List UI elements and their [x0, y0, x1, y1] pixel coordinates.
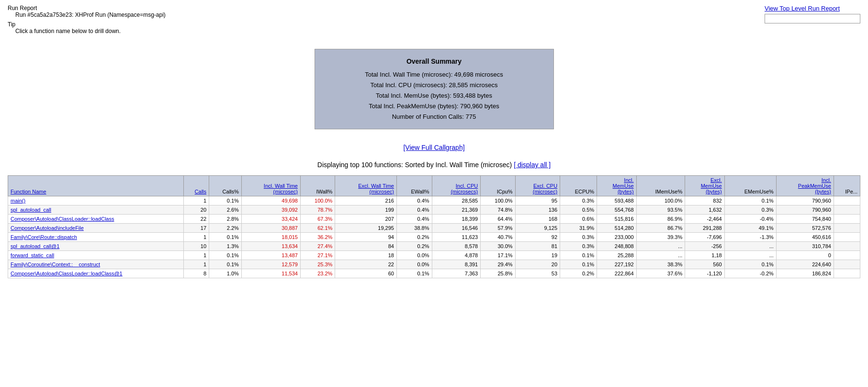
- th-imem-pct: IMemUse%: [636, 176, 685, 196]
- summary-title: Overall Summary: [329, 56, 539, 68]
- table-row: Composer\Autoload\ClassLoader::loadClass…: [8, 269, 860, 278]
- th-excl-cpu: Excl. CPU(microsec): [515, 176, 560, 196]
- table-row: Composer\Autoload\ClassLoader::loadClass…: [8, 215, 860, 224]
- table-header-row: Function Name Calls Calls% Incl. Wall Ti…: [8, 176, 860, 196]
- table-row: Composer\Autoload\includeFile172.2%30,88…: [8, 224, 860, 233]
- th-excl-wall-link[interactable]: Excl. Wall Time(microsec): [358, 183, 394, 194]
- table-row: Family\Core\Route::dispatch10.1%18,01536…: [8, 233, 860, 242]
- table-row: main()10.1%49,698100.0%2160.4%28,585100.…: [8, 196, 860, 205]
- header-section: Run Report Run #5ca5a2a753e23: XHProf Ru…: [8, 5, 860, 34]
- display-info: Displaying top 100 functions: Sorted by …: [8, 161, 860, 169]
- summary-cpu: Total Incl. CPU (microsecs): 28,585 micr…: [329, 80, 539, 91]
- th-function-name: Function Name: [8, 176, 184, 196]
- display-all-link[interactable]: [ display all ]: [514, 161, 551, 169]
- summary-mem-use: Total Incl. MemUse (bytes): 593,488 byte…: [329, 91, 539, 101]
- display-info-text: Displaying top 100 functions: Sorted by …: [317, 161, 512, 169]
- th-incl-peak: Incl.PeakMemUse(bytes): [776, 176, 834, 196]
- tip-label: Tip: [8, 21, 166, 28]
- th-calls-pct: Calls%: [209, 176, 242, 196]
- th-ecpu-pct: ECPU%: [560, 176, 597, 196]
- function-name-link[interactable]: Family\Coroutine\Context::__construct: [11, 262, 100, 267]
- top-level-run-report-link[interactable]: View Top Level Run Report: [765, 5, 840, 12]
- summary-wall-time: Total Incl. Wall Time (microsec): 49,698…: [329, 69, 539, 80]
- function-name-link[interactable]: Composer\Autoload\ClassLoader::loadClass…: [11, 271, 123, 276]
- function-name-link[interactable]: Composer\Autoload\includeFile: [11, 225, 84, 231]
- run-report-detail: Run #5ca5a2a753e23: XHProf Run (Namespac…: [15, 11, 166, 18]
- run-info: Run Report Run #5ca5a2a753e23: XHProf Ru…: [8, 5, 166, 34]
- callgraph-link-container: [View Full Callgraph]: [8, 144, 860, 151]
- functions-table: Function Name Calls Calls% Incl. Wall Ti…: [8, 175, 860, 278]
- search-box[interactable]: [765, 14, 860, 23]
- th-iwall-pct: IWall%: [300, 176, 335, 196]
- th-incl-peak-link[interactable]: Incl.PeakMemUse(bytes): [798, 177, 831, 194]
- th-incl-mem-link[interactable]: Incl.MemUse(bytes): [613, 177, 634, 194]
- th-incl-cpu: Incl. CPU(microsecs): [432, 176, 481, 196]
- table-row: forward_static_call10.1%13,48727.1%180.0…: [8, 251, 860, 260]
- function-name-link[interactable]: forward_static_call: [11, 252, 54, 258]
- tip-detail: Click a function name below to drill dow…: [15, 28, 166, 34]
- function-name-link[interactable]: main(): [11, 198, 25, 204]
- callgraph-link[interactable]: [View Full Callgraph]: [403, 144, 464, 151]
- th-incl-mem: Incl.MemUse(bytes): [597, 176, 636, 196]
- summary-func-calls: Number of Function Calls: 775: [329, 112, 539, 122]
- th-incl-wall: Incl. Wall Time(microsec): [241, 176, 300, 196]
- th-excl-wall: Excl. Wall Time(microsec): [335, 176, 397, 196]
- function-name-link[interactable]: Family\Core\Route::dispatch: [11, 234, 77, 240]
- th-incl-wall-link[interactable]: Incl. Wall Time(microsec): [264, 183, 298, 194]
- top-level-link-container: View Top Level Run Report: [765, 5, 860, 23]
- th-excl-cpu-link[interactable]: Excl. CPU(microsec): [533, 183, 557, 194]
- th-icpu-pct: ICpu%: [481, 176, 515, 196]
- th-calls-link[interactable]: Calls: [195, 189, 206, 194]
- th-excl-mem-link[interactable]: Excl.MemUse(bytes): [701, 177, 722, 194]
- th-calls: Calls: [183, 176, 209, 196]
- run-report-label: Run Report: [8, 5, 166, 11]
- function-name-link[interactable]: spl_autoload_call@1: [11, 243, 59, 249]
- table-row: spl_autoload_call@1101.3%13,63427.4%840.…: [8, 242, 860, 251]
- th-ewall-pct: EWall%: [396, 176, 432, 196]
- th-emem-pct: EMemUse%: [724, 176, 776, 196]
- th-incl-cpu-link[interactable]: Incl. CPU(microsecs): [451, 183, 478, 194]
- th-function-name-link[interactable]: Function Name: [11, 189, 46, 194]
- summary-peak-mem: Total Incl. PeakMemUse (bytes): 790,960 …: [329, 101, 539, 112]
- table-row: spl_autoload_call202.6%39,09278.7%1990.4…: [8, 205, 860, 215]
- th-ipeak-pct: IPe...: [834, 176, 860, 196]
- page-container: Run Report Run #5ca5a2a753e23: XHProf Ru…: [0, 0, 868, 283]
- table-row: Family\Coroutine\Context::__construct10.…: [8, 260, 860, 269]
- function-name-link[interactable]: spl_autoload_call: [11, 207, 51, 213]
- summary-box: Overall Summary Total Incl. Wall Time (m…: [315, 49, 554, 129]
- th-excl-mem: Excl.MemUse(bytes): [685, 176, 724, 196]
- function-name-link[interactable]: Composer\Autoload\ClassLoader::loadClass: [11, 216, 114, 222]
